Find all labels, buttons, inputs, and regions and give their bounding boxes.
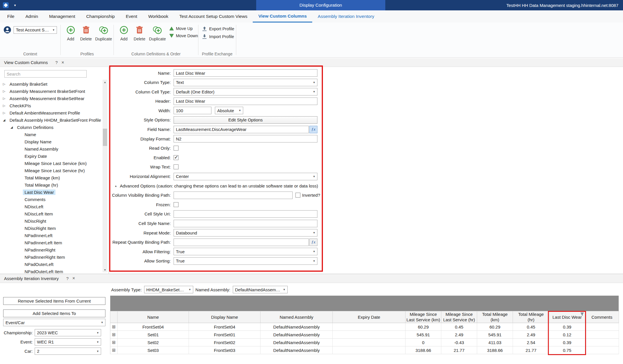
- column-header-display-name[interactable]: Display Name: [189, 311, 261, 323]
- tree-expander-icon[interactable]: ▷: [3, 104, 8, 108]
- table-row[interactable]: Set01 FrontSet01 DefaultNamedAssembly 54…: [110, 331, 619, 339]
- width-mode-select[interactable]: Absolute: [215, 107, 243, 114]
- app-logo-icon[interactable]: [3, 2, 9, 8]
- table-row[interactable]: FrontSet04 FrontSet04 DefaultNamedAssemb…: [110, 323, 619, 331]
- assembly-type-select[interactable]: HHDM_BrakeSetFront: [144, 286, 193, 293]
- row-expand-icon[interactable]: [112, 324, 116, 329]
- column-header-mileage-since-hr[interactable]: Mileage Since Last Service (hr): [441, 311, 477, 323]
- tree-item[interactable]: ▷ CheckKPIs: [0, 102, 109, 109]
- add-selected-items-button[interactable]: Add Selected Items To: [3, 309, 105, 317]
- menu-item[interactable]: Management: [44, 10, 81, 22]
- tree-item[interactable]: Display Name: [0, 138, 109, 145]
- repeat-quantity-formula-button[interactable]: ƒx: [309, 239, 317, 246]
- tree-item[interactable]: NPadOuterLeft: [0, 261, 109, 268]
- cell-style-uri-input[interactable]: [174, 210, 317, 218]
- menu-item[interactable]: Championship: [81, 10, 120, 22]
- enabled-checkbox[interactable]: [174, 155, 178, 160]
- filter-icon[interactable]: [580, 312, 584, 316]
- allow-sorting-select[interactable]: True: [174, 257, 317, 265]
- width-input[interactable]: [174, 107, 211, 114]
- allow-filtering-select[interactable]: True: [174, 248, 317, 255]
- tree-item[interactable]: NDiscLeft Item: [0, 210, 109, 217]
- column-header-total-mileage-km[interactable]: Total Mileage (km): [477, 311, 513, 323]
- tree-expander-icon[interactable]: ◢: [3, 118, 8, 122]
- tree-item[interactable]: Total Mileage (km): [0, 174, 109, 181]
- column-header-expiry-date[interactable]: Expiry Date: [333, 311, 406, 323]
- inverted-checkbox[interactable]: [295, 193, 300, 198]
- tree-item[interactable]: ▷ Assembly BrakeSet: [0, 80, 109, 88]
- display-format-input[interactable]: [174, 135, 317, 142]
- profiles-delete-button[interactable]: Delete: [78, 22, 94, 41]
- tree-item[interactable]: Last Disc Wear: [0, 189, 109, 196]
- column-header-named-assembly[interactable]: Named Assembly: [261, 311, 333, 323]
- tree-item[interactable]: Total Mileage (hr): [0, 181, 109, 189]
- row-expand-icon[interactable]: [112, 332, 116, 337]
- profiles-add-button[interactable]: Add: [63, 22, 78, 41]
- tree-item[interactable]: Named Assembly: [0, 145, 109, 153]
- tree-item[interactable]: ◢ Column Definitions: [0, 124, 109, 131]
- import-profile-button[interactable]: Import Profile: [202, 34, 236, 39]
- close-button[interactable]: ×: [62, 60, 64, 65]
- field-name-input[interactable]: [174, 126, 309, 133]
- move-up-button[interactable]: Move Up: [169, 26, 198, 31]
- collapse-advanced-icon[interactable]: [114, 184, 117, 187]
- tree-item[interactable]: Expiry Date: [0, 153, 109, 160]
- column-type-select[interactable]: Text: [174, 79, 317, 86]
- frozen-checkbox[interactable]: [174, 202, 178, 207]
- tree-item[interactable]: NPadOuterLeft Item: [0, 268, 109, 274]
- tree-item[interactable]: NPadInnerLeft Item: [0, 239, 109, 246]
- name-input[interactable]: [174, 69, 317, 77]
- read-only-checkbox[interactable]: [174, 146, 178, 151]
- column-visibility-binding-path-input[interactable]: [174, 192, 293, 199]
- tab-assembly-iteration-inventory[interactable]: Assembly Iteration Inventory: [312, 10, 380, 22]
- menu-item[interactable]: File: [2, 10, 20, 22]
- context-profile-select[interactable]: Test Account Setup: [14, 26, 57, 34]
- columns-delete-button[interactable]: Delete: [132, 22, 147, 41]
- tree-item[interactable]: NPadInnerLeft: [0, 232, 109, 239]
- tree-item[interactable]: Name: [0, 131, 109, 138]
- column-header-mileage-since-km[interactable]: Mileage Since Last Service (km): [406, 311, 441, 323]
- help-button[interactable]: ?: [66, 276, 68, 281]
- columns-duplicate-button[interactable]: Duplicate: [147, 22, 168, 41]
- menu-item[interactable]: Test Account Setup Custom Views: [174, 10, 253, 22]
- event-select[interactable]: WEC R1: [35, 338, 101, 346]
- columns-add-button[interactable]: Add: [116, 22, 132, 41]
- tab-view-custom-columns[interactable]: View Custom Columns: [253, 10, 312, 22]
- column-header-name[interactable]: Name: [118, 311, 189, 323]
- tree-scrollbar[interactable]: [103, 80, 107, 272]
- table-row[interactable]: Set02 FrontSet02 DefaultNamedAssembly 0 …: [110, 339, 619, 346]
- add-target-select[interactable]: Event/Car: [3, 319, 105, 326]
- repeat-quantity-binding-path-input[interactable]: [174, 239, 309, 246]
- tree-expander-icon[interactable]: ▷: [3, 111, 8, 115]
- tree-item[interactable]: NDiscLeft: [0, 203, 109, 210]
- profiles-duplicate-button[interactable]: Duplicate: [94, 22, 114, 41]
- column-header-comments[interactable]: Comments: [585, 311, 619, 323]
- column-header-total-mileage-hr[interactable]: Total Mileage (hr): [513, 311, 549, 323]
- horizontal-alignment-select[interactable]: Center: [174, 173, 317, 180]
- tree-expander-icon[interactable]: ▷: [3, 89, 8, 93]
- scroll-down-icon[interactable]: [103, 267, 107, 272]
- tree-expander-icon[interactable]: ▷: [3, 82, 8, 86]
- field-name-formula-button[interactable]: ƒx: [309, 126, 317, 133]
- scrollbar-thumb[interactable]: [103, 129, 107, 146]
- tree-item[interactable]: Mileage Since Last Service (hr): [0, 167, 109, 174]
- championship-select[interactable]: 2023 WEC: [35, 329, 101, 336]
- header-input[interactable]: [174, 97, 317, 105]
- menu-item[interactable]: Event: [120, 10, 143, 22]
- tree-item[interactable]: NPadInnerRight Item: [0, 254, 109, 261]
- scroll-up-icon[interactable]: [103, 80, 107, 85]
- tree-item[interactable]: Comments: [0, 196, 109, 203]
- close-button[interactable]: ×: [72, 276, 75, 281]
- named-assembly-select[interactable]: DefaultNamedAssembly: [233, 286, 288, 293]
- tree-item[interactable]: NDiscRight: [0, 217, 109, 225]
- remove-selected-items-button[interactable]: Remove Selected Items From Current: [3, 297, 105, 305]
- tree-item[interactable]: ▷ Default AmbientMeasurement Profile: [0, 109, 109, 117]
- row-expand-icon[interactable]: [112, 348, 116, 353]
- car-select[interactable]: 2: [35, 348, 101, 355]
- help-button[interactable]: ?: [55, 60, 57, 65]
- wrap-text-checkbox[interactable]: [174, 164, 178, 169]
- column-cell-type-select[interactable]: Default (One Editor): [174, 88, 317, 95]
- cell-style-name-input[interactable]: [174, 220, 317, 227]
- move-down-button[interactable]: Move Down: [169, 33, 198, 38]
- table-row[interactable]: Set03 FrontSet03 DefaultNamedAssembly 31…: [110, 346, 619, 354]
